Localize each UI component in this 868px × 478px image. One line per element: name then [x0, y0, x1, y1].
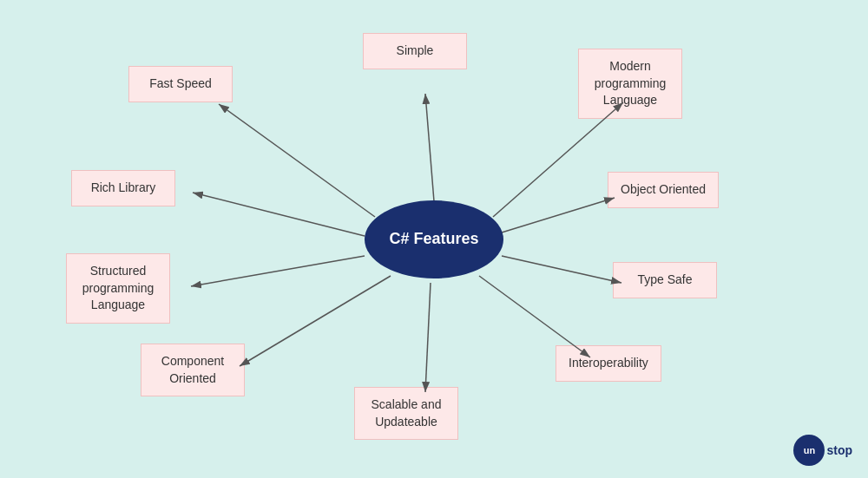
- arrow-rich-library: [193, 193, 365, 236]
- diagram-container: C# Features Simple Fast Speed Modernprog…: [0, 0, 868, 478]
- arrow-modern: [493, 102, 623, 217]
- center-label: C# Features: [389, 229, 478, 249]
- arrow-component: [240, 276, 391, 366]
- arrow-fast-speed: [219, 104, 375, 217]
- arrow-type-safe: [502, 256, 621, 283]
- unstop-logo: un stop: [793, 435, 852, 466]
- feature-simple: Simple: [363, 33, 467, 69]
- feature-object-oriented: Object Oriented: [608, 172, 719, 208]
- arrow-simple: [425, 94, 434, 201]
- arrow-object-oriented: [502, 198, 615, 232]
- feature-type-safe: Type Safe: [613, 262, 717, 298]
- feature-rich-library: Rich Library: [71, 170, 175, 206]
- feature-fast-speed: Fast Speed: [128, 66, 233, 102]
- feature-scalable-updateable: Scalable andUpdateable: [354, 387, 458, 440]
- feature-component-oriented: ComponentOriented: [141, 344, 245, 396]
- arrow-structured: [191, 256, 365, 286]
- unstop-circle-icon: un: [793, 435, 825, 466]
- center-ellipse: C# Features: [365, 200, 503, 278]
- unstop-text: stop: [826, 443, 852, 457]
- arrow-scalable: [425, 283, 431, 392]
- feature-interoperability: Interoperability: [556, 345, 661, 382]
- feature-modern-programming: ModernprogrammingLanguage: [578, 49, 682, 119]
- unstop-circle-text: un: [804, 445, 815, 455]
- feature-structured-programming: StructuredprogrammingLanguage: [66, 253, 170, 324]
